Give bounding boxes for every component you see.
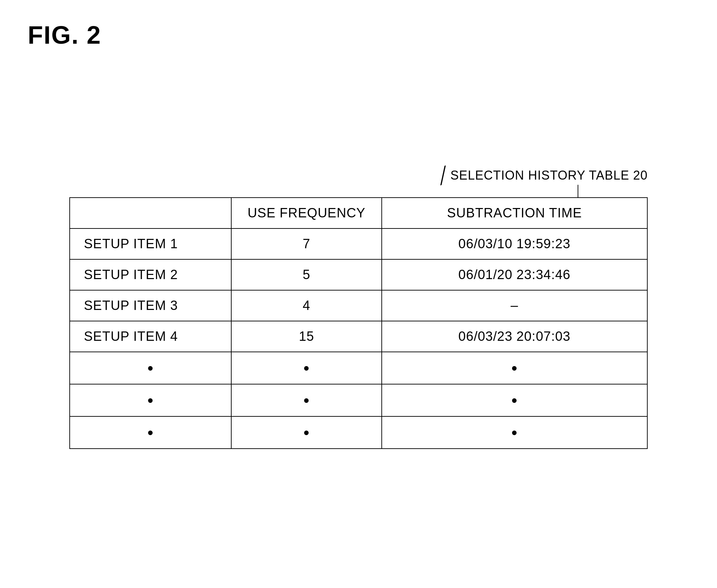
selection-history-label: SELECTION HISTORY TABLE 20 xyxy=(450,168,648,183)
figure-label: FIG. 2 xyxy=(28,21,101,49)
header-item xyxy=(70,198,231,228)
table-row: SETUP ITEM 4 15 06/03/23 20:07:03 xyxy=(70,321,647,352)
cell-freq-4: 15 xyxy=(231,321,381,352)
annotation-text-row: ╱ SELECTION HISTORY TABLE 20 xyxy=(439,166,648,184)
cell-freq-2: 5 xyxy=(231,259,381,290)
table-row: SETUP ITEM 2 5 06/01/20 23:34:46 xyxy=(70,259,647,290)
dot-cell-1-1: • xyxy=(70,352,231,384)
dot-row-3: • • • xyxy=(70,416,647,449)
cell-freq-1: 7 xyxy=(231,228,381,259)
header-frequency: USE FREQUENCY xyxy=(231,198,381,228)
selection-history-table: USE FREQUENCY SUBTRACTION TIME SETUP ITE… xyxy=(69,197,648,449)
cell-item-2: SETUP ITEM 2 xyxy=(70,259,231,290)
dot-cell-3-1: • xyxy=(70,416,231,449)
header-time: SUBTRACTION TIME xyxy=(382,198,647,228)
cell-time-1: 06/03/10 19:59:23 xyxy=(382,228,647,259)
cell-item-3: SETUP ITEM 3 xyxy=(70,290,231,321)
cell-time-2: 06/01/20 23:34:46 xyxy=(382,259,647,290)
table-header-row: USE FREQUENCY SUBTRACTION TIME xyxy=(70,198,647,228)
annotation-wrapper: ╱ SELECTION HISTORY TABLE 20 xyxy=(69,166,648,197)
table-container: ╱ SELECTION HISTORY TABLE 20 USE FREQUEN… xyxy=(69,166,648,449)
arrow-slash-icon: ╱ xyxy=(437,166,450,185)
dot-cell-1-3: • xyxy=(382,352,647,384)
cell-freq-3: 4 xyxy=(231,290,381,321)
vert-line-wrapper xyxy=(578,185,648,197)
cell-item-1: SETUP ITEM 1 xyxy=(70,228,231,259)
dot-cell-3-2: • xyxy=(231,416,381,449)
dot-cell-1-2: • xyxy=(231,352,381,384)
dot-row-2: • • • xyxy=(70,384,647,416)
cell-time-4: 06/03/23 20:07:03 xyxy=(382,321,647,352)
dot-cell-2-1: • xyxy=(70,384,231,416)
table-row: SETUP ITEM 1 7 06/03/10 19:59:23 xyxy=(70,228,647,259)
table-row: SETUP ITEM 3 4 – xyxy=(70,290,647,321)
cell-time-3: – xyxy=(382,290,647,321)
dot-cell-3-3: • xyxy=(382,416,647,449)
dot-cell-2-2: • xyxy=(231,384,381,416)
vert-connector xyxy=(578,185,578,197)
dot-row-1: • • • xyxy=(70,352,647,384)
cell-item-4: SETUP ITEM 4 xyxy=(70,321,231,352)
dot-cell-2-3: • xyxy=(382,384,647,416)
